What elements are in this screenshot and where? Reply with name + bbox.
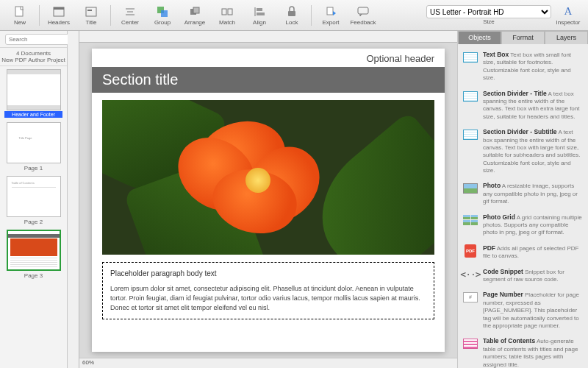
- object-item[interactable]: Text Box Text box with small font size, …: [462, 47, 584, 86]
- thumb-header-footer[interactable]: Header and Footer: [4, 69, 62, 118]
- inspector-button[interactable]: AInspector: [553, 1, 584, 29]
- arrange-icon: [188, 5, 201, 18]
- headers-button[interactable]: Headers: [43, 1, 74, 29]
- lock-button[interactable]: Lock: [276, 1, 307, 29]
- page-size-select[interactable]: US Letter - Portrait HD: [426, 5, 551, 18]
- object-item[interactable]: #Page Number Placeholder for page number…: [462, 287, 584, 333]
- new-button[interactable]: New: [4, 1, 35, 29]
- group-button[interactable]: Group: [147, 1, 178, 29]
- view-grid-icon[interactable]: [2, 33, 3, 45]
- thumbnail-list: Header and Footer Title Page Page 1 Tabl…: [0, 66, 67, 368]
- svg-rect-18: [327, 7, 333, 15]
- title-button[interactable]: Title: [76, 1, 107, 29]
- photo-placeholder[interactable]: [102, 100, 434, 255]
- object-item[interactable]: PDFPDF Adds all pages of selected PDF fi…: [462, 241, 584, 264]
- objects-list[interactable]: Text Box Text box with small font size, …: [458, 44, 588, 368]
- page-size-selector: US Letter - Portrait HD Size: [426, 5, 551, 25]
- textbox-icon: [462, 90, 478, 103]
- page-canvas[interactable]: Optional header Section title Placeholde…: [92, 49, 445, 352]
- body-text-box[interactable]: Placeholder paragraph body text Lorem ip…: [102, 262, 434, 319]
- svg-rect-13: [228, 9, 232, 15]
- tab-format[interactable]: Format: [501, 31, 545, 44]
- canvas-scroll[interactable]: Optional header Section title Placeholde…: [79, 43, 457, 358]
- ruler-vertical: [68, 31, 79, 368]
- svg-rect-16: [257, 13, 265, 15]
- textbox-icon: [462, 51, 478, 64]
- thumb-page-3[interactable]: Page 3: [4, 230, 62, 279]
- export-icon: [324, 5, 337, 18]
- arrange-button[interactable]: Arrange: [179, 1, 210, 29]
- object-item[interactable]: Photo A resizable image, supports any co…: [462, 178, 584, 209]
- inspector-tabs: Objects Format Layers: [458, 31, 588, 44]
- thumb-page-2[interactable]: Table of Contents Page 2: [4, 176, 62, 225]
- svg-rect-17: [288, 11, 295, 16]
- toolbar: New Headers Title Center Group Arrange M…: [0, 0, 588, 31]
- ruler-horizontal: [79, 31, 457, 43]
- svg-rect-9: [161, 10, 168, 17]
- svg-rect-15: [257, 8, 262, 11]
- headers-icon: [52, 5, 65, 18]
- svg-rect-11: [193, 7, 199, 13]
- center-button[interactable]: Center: [115, 1, 146, 29]
- object-item[interactable]: Section Divider - Subtitle A text box sp…: [462, 124, 584, 178]
- center-icon: [123, 5, 137, 18]
- inspector-icon: A: [562, 5, 575, 18]
- svg-rect-19: [358, 7, 368, 14]
- tab-objects[interactable]: Objects: [458, 31, 501, 44]
- object-item[interactable]: <··>Code Snippet Snippet box for segment…: [462, 264, 584, 288]
- svg-rect-2: [54, 7, 64, 10]
- toc-icon: [462, 337, 478, 350]
- feedback-icon: [356, 5, 370, 18]
- section-title-bar[interactable]: Section title: [92, 67, 445, 93]
- optional-header[interactable]: Optional header: [92, 49, 445, 67]
- photogrid-icon: [462, 213, 478, 227]
- title-icon: [85, 5, 98, 18]
- lock-icon: [285, 5, 298, 18]
- feedback-button[interactable]: Feedback: [348, 1, 379, 29]
- group-icon: [156, 5, 169, 18]
- object-item[interactable]: Section Divider - Title A text box spann…: [462, 86, 584, 125]
- new-icon: [13, 5, 26, 18]
- pagenum-icon: #: [462, 291, 478, 304]
- svg-rect-0: [15, 7, 23, 16]
- match-icon: [220, 5, 234, 18]
- zoom-indicator[interactable]: 60%: [79, 358, 457, 368]
- code-icon: <··>: [462, 268, 478, 281]
- align-icon: [253, 5, 266, 18]
- object-item[interactable]: Table of Contents Auto-generate table of…: [462, 333, 584, 368]
- photo-icon: [462, 182, 478, 195]
- textbox-icon: [462, 128, 478, 141]
- pdf-icon: PDF: [462, 244, 478, 258]
- export-button[interactable]: Export: [315, 1, 346, 29]
- inspector-panel: Objects Format Layers Text Box Text box …: [457, 31, 588, 368]
- svg-rect-12: [222, 9, 226, 15]
- sidebar: 4 Documents New PDF Author Project Heade…: [0, 31, 68, 368]
- canvas-area: Optional header Section title Placeholde…: [68, 31, 457, 368]
- align-button[interactable]: Align: [244, 1, 275, 29]
- svg-rect-3: [86, 7, 96, 16]
- tab-layers[interactable]: Layers: [545, 31, 588, 44]
- thumb-page-1[interactable]: Title Page Page 1: [4, 122, 62, 171]
- object-item[interactable]: Photo Grid A grid containing multiple ph…: [462, 210, 584, 241]
- match-button[interactable]: Match: [212, 1, 243, 29]
- sidebar-info: 4 Documents New PDF Author Project: [0, 48, 67, 66]
